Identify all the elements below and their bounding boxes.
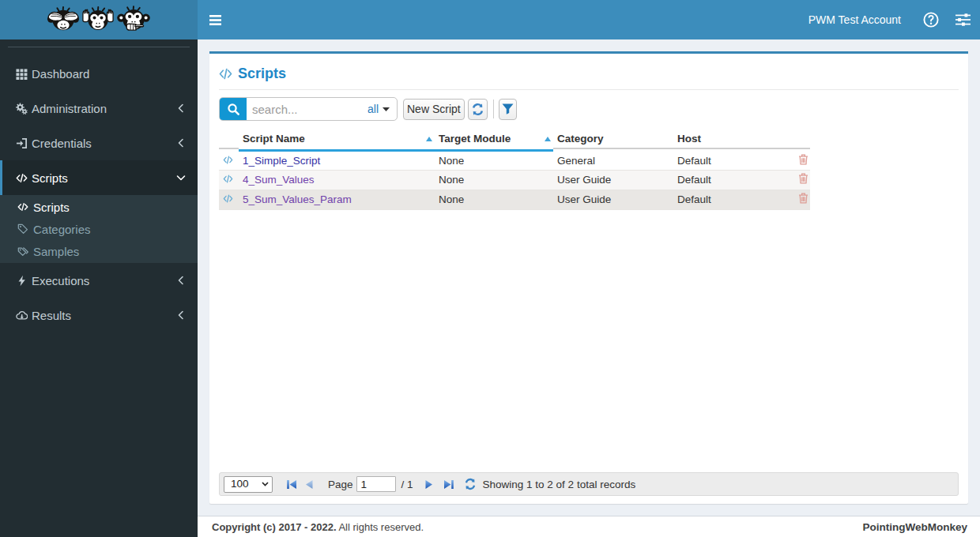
scripts-table: Script Name Target Module Category [219,129,810,210]
account-name[interactable]: PWM Test Account [808,13,901,26]
submenu-link-scripts[interactable]: Scripts [0,196,198,218]
see-no-evil-monkey-icon [47,4,80,36]
tag-icon [17,223,28,235]
sidebar-item-executions: Executions [0,263,198,298]
navbar: PWM Test Account [198,0,980,39]
hands-up-monkey-icon [81,4,115,36]
target-module-cell: None [435,190,553,209]
page-title: Scripts [219,54,959,82]
page-size-wrap: 100 [224,476,273,493]
previous-page-button[interactable] [304,479,314,490]
filter-button[interactable] [499,99,517,120]
delete-button[interactable] [798,193,808,204]
search-group: all [219,97,398,121]
refresh-button[interactable] [468,99,488,120]
next-page-button[interactable] [424,479,434,490]
page-title-text: Scripts [238,66,286,82]
column-header-host[interactable]: Host [673,129,794,150]
tags-icon [17,246,28,257]
sidebar-link-executions[interactable]: Executions [0,263,198,298]
first-page-button[interactable] [286,479,297,490]
sidebar-item-label: Credentials [32,137,92,150]
sign-in-icon [16,137,28,149]
first-page-icon [286,479,297,490]
target-module-cell: None [435,170,553,190]
sliders-icon [956,13,971,27]
scripts-box: Scripts all [209,51,968,504]
sort-ascending-icon [545,137,551,141]
submenu-link-categories[interactable]: Categories [0,218,198,240]
trash-icon [798,193,808,204]
code-icon [16,172,28,184]
table-header-row: Script Name Target Module Category [219,129,810,150]
navbar-right: PWM Test Account [808,0,980,39]
column-header-label: Target Module [439,133,511,145]
search-icon [227,103,240,116]
pointing-monkey-icon [116,4,151,36]
last-page-button[interactable] [443,479,454,490]
sidebar-item-dashboard: Dashboard [0,56,198,91]
question-circle-icon [923,12,939,28]
actions-cell [794,170,810,190]
column-header-label: Script Name [243,133,305,145]
brand-logo[interactable] [0,0,198,39]
pager-bar: 100 [219,472,959,496]
filter-icon [502,103,514,115]
chevron-left-icon [176,103,186,113]
sidebar-link-results[interactable]: Results [0,298,198,332]
last-page-icon [443,479,454,490]
settings-button[interactable] [947,0,978,39]
search-button[interactable] [220,98,247,120]
delete-button[interactable] [798,154,808,165]
trash-icon [798,154,808,165]
sidebar-link-dashboard[interactable]: Dashboard [0,56,198,91]
code-icon [223,156,233,164]
sidebar-link-scripts[interactable]: Scripts [0,160,198,195]
content: Scripts all [198,39,980,516]
search-input[interactable] [247,98,368,120]
sidebar-link-credentials[interactable]: Credentials [0,126,198,160]
host-cell: Default [673,150,794,170]
script-link[interactable]: 1_Simple_Script [243,155,320,167]
page-number-input[interactable] [356,476,396,492]
script-link[interactable]: 5_Sum_Values_Param [243,193,352,205]
search-scope-dropdown[interactable]: all [368,98,397,120]
help-button[interactable] [915,0,947,39]
pager-refresh-button[interactable] [464,478,477,490]
submenu-item-samples: Samples [0,240,198,262]
delete-button[interactable] [798,173,808,184]
sidebar-item-label: Administration [32,102,107,115]
code-icon [17,201,28,212]
copyright: Copyright (c) 2017 - 2022. All rights re… [212,521,424,533]
chevron-left-icon [176,276,186,285]
copyright-rest: All rights reserved. [337,521,424,533]
table-row: 4_Sum_Values None User Guide Default [219,170,810,190]
submenu-link-samples[interactable]: Samples [0,240,198,262]
sidebar-item-scripts: Scripts Scripts [0,160,198,263]
app: PWM Test Account [0,0,980,537]
sidebar-separator [8,47,190,47]
column-header-script-name[interactable]: Script Name [239,129,435,150]
page-size-select[interactable]: 100 [224,476,273,493]
column-header-label: Category [557,133,604,145]
code-icon [223,175,233,183]
page-count: / 1 [401,479,413,490]
row-code-icon-cell [219,150,239,170]
table-row: 5_Sum_Values_Param None User Guide Defau… [219,190,810,209]
category-cell: General [553,150,673,170]
host-cell: Default [673,170,794,190]
host-cell: Default [673,190,794,209]
category-cell: User Guide [553,190,673,209]
column-header-category[interactable]: Category [553,129,673,150]
new-script-button[interactable]: New Script [403,99,465,120]
category-cell: User Guide [553,170,673,190]
sidebar-link-administration[interactable]: Administration [0,91,198,126]
sidebar-toggle-button[interactable] [198,0,233,39]
submenu-item-label: Categories [33,223,91,236]
submenu-item-categories: Categories [0,218,198,240]
pager-status: Showing 1 to 2 of 2 total records [483,479,636,490]
gears-icon [16,103,28,115]
script-link[interactable]: 4_Sum_Values [243,174,315,186]
column-header-target-module[interactable]: Target Module [435,129,553,150]
code-icon [219,68,232,80]
